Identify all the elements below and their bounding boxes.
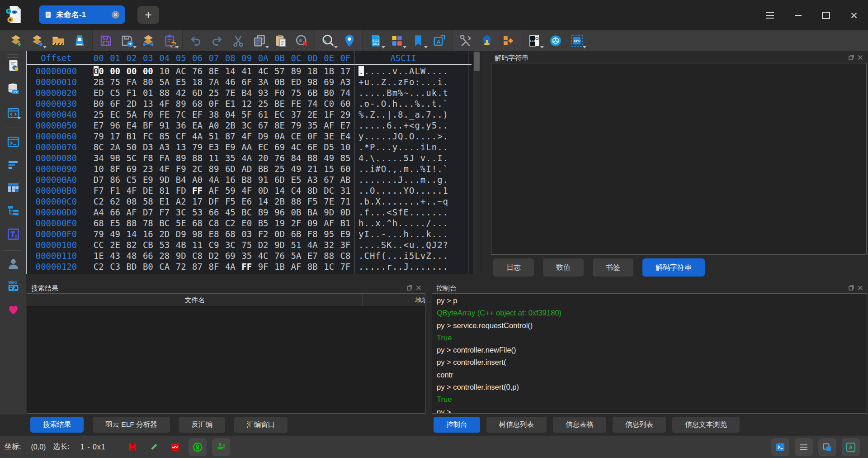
hex-row[interactable]: 000000B0F7F14FDE81FDFFAF594F0D14C48DDC31… (26, 185, 472, 196)
dock-tab-信息表格[interactable]: 信息表格 (553, 417, 606, 433)
lock-toggle-button[interactable] (189, 438, 207, 456)
close-panel-icon[interactable] (416, 285, 421, 291)
new-file-icon[interactable] (5, 31, 26, 50)
dock-tab-汇编窗口[interactable]: 汇编窗口 (234, 417, 288, 433)
chevron-down-icon[interactable] (133, 46, 137, 48)
terminal-icon[interactable] (5, 133, 22, 150)
redo-icon[interactable] (206, 31, 227, 50)
log-list-icon[interactable] (5, 156, 22, 173)
menu-lines-button[interactable] (795, 438, 813, 456)
bookmark-icon[interactable] (407, 31, 429, 50)
encoding-icon[interactable]: A (429, 31, 450, 50)
tools-icon[interactable] (455, 31, 476, 50)
hex-row[interactable]: 000000A0D786C5E99DB4A04A16B8916DE5A367AB… (26, 174, 472, 185)
hex-row[interactable]: 000000F0794914162DD998E86803F20D6BF895E9… (26, 229, 472, 239)
hex-scrollbar-thumb[interactable] (474, 52, 480, 71)
float-panel-icon[interactable] (407, 285, 412, 291)
account-icon[interactable] (5, 255, 22, 272)
dock-tab-信息列表[interactable]: 信息列表 (613, 417, 666, 433)
column-divider[interactable] (363, 294, 363, 306)
dock-tab-羽云 ELF 分析器[interactable]: 羽云 ELF 分析器 (93, 417, 170, 433)
text-browser-icon[interactable] (5, 225, 22, 243)
find-icon[interactable] (317, 31, 339, 50)
decode-content[interactable] (491, 63, 867, 255)
info-table-icon[interactable] (5, 179, 22, 196)
open-device-icon[interactable] (69, 31, 90, 50)
plugin-sphere-icon[interactable] (545, 31, 566, 50)
hex-row[interactable]: 000000C0C2620858E1A217DFF5E6142B88F57E71… (26, 196, 472, 207)
float-panel-icon[interactable] (849, 285, 854, 291)
wiki-icon[interactable]: WiKi (5, 277, 22, 294)
hex-row[interactable]: 0000004025EC5AF0FE7CEF38045F61EC372E1F29… (26, 109, 472, 120)
stamp-toggle-button[interactable] (212, 438, 230, 456)
elf-analyzer-icon[interactable]: ELF (524, 31, 545, 50)
close-panel-icon[interactable] (858, 55, 863, 60)
hex-scrollbar[interactable] (473, 51, 481, 274)
chevron-down-icon[interactable] (43, 46, 47, 48)
scale-toggle-button[interactable] (818, 438, 836, 456)
hex-row[interactable]: 00000050E796E4BF9136EAA02B3C678E7935AFE7… (26, 120, 472, 131)
script-editor-icon[interactable] (5, 57, 22, 74)
chevron-down-icon[interactable] (403, 46, 406, 48)
save-as-icon[interactable] (116, 31, 137, 50)
console-output[interactable]: py > pQByteArray (C++ object at: 0xf3918… (432, 293, 867, 414)
export-layers-icon[interactable] (137, 31, 159, 50)
clear-find-icon[interactable] (291, 31, 312, 50)
dock-tab-控制台[interactable]: 控制台 (434, 417, 480, 433)
open-file-icon[interactable] (26, 31, 47, 50)
dock-tab-信息文本浏览[interactable]: 信息文本浏览 (672, 417, 740, 433)
decode-tab-解码字符串[interactable]: 解码字符串 (642, 258, 705, 277)
decode-tab-数值[interactable]: 数值 (543, 258, 584, 277)
hex-row[interactable]: 0000013049009BED43266F5A30FA6A4B64D3410B… (26, 272, 472, 274)
hex-row[interactable]: 00000100CC2E82CB534B11C93C75D29D514A323F… (26, 239, 472, 250)
hex-row[interactable]: 000000708C2A50D3A31379E3E9AAEC694C6ED510… (26, 142, 472, 153)
hex-row[interactable]: 000000607917B1FC85CF4A51874FD90ACE0F3EE4… (26, 131, 472, 142)
minimize-button[interactable] (784, 6, 812, 24)
charset-viewer-button[interactable]: A (842, 438, 860, 456)
plugin-blocks-icon[interactable] (497, 31, 519, 50)
float-panel-icon[interactable] (849, 55, 854, 60)
chevron-down-icon[interactable] (17, 117, 21, 119)
hex-row[interactable]: 00000120C2C3BDB0CA72878F4AFF9F1BAF8B1C7F… (26, 261, 472, 272)
chevron-down-icon[interactable] (583, 46, 586, 48)
close-button[interactable] (840, 6, 868, 24)
hex-row[interactable]: 000000E068E58878BC5E68C8C2E0B5192F09AFB1… (26, 218, 472, 229)
hex-row[interactable]: 000000000000000010AC768E14414C5789181B17… (26, 66, 472, 76)
clipboard-actions-icon[interactable] (159, 31, 180, 50)
hex-rows[interactable]: 000000000000000010AC768E14414C5789181B17… (26, 66, 472, 274)
save-icon[interactable] (95, 31, 116, 50)
goto-icon[interactable] (339, 31, 360, 50)
undo-icon[interactable] (185, 31, 206, 50)
maximize-button[interactable] (812, 6, 840, 24)
fill-hex-icon[interactable]: 01111011 (365, 31, 386, 50)
sponsor-heart-icon[interactable] (5, 301, 22, 318)
new-tab-button[interactable]: + (137, 6, 159, 24)
close-panel-icon[interactable] (858, 285, 863, 291)
hex-row[interactable]: 00000020EDC5F10188426D257EB493F0756BB074… (26, 87, 472, 98)
column-address[interactable]: 地址 (415, 294, 425, 306)
dock-tab-搜索结果[interactable]: 搜索结果 (30, 417, 84, 433)
hex-row[interactable]: 000001101E434866289DC8D269354C765AE788C8… (26, 250, 472, 261)
column-filename[interactable]: 文件名 (27, 294, 363, 306)
copy-icon[interactable] (249, 31, 270, 50)
open-folder-icon[interactable] (47, 31, 69, 50)
hex-row[interactable]: 000000D0A466AFD7F73C536645BCB9960BBA9D0D… (26, 207, 472, 218)
plugin-stamp-icon[interactable] (476, 31, 497, 50)
document-tab[interactable]: 未命名-1 (39, 5, 125, 24)
search-results-table[interactable]: 文件名 地址 (27, 293, 425, 414)
hex-row[interactable]: 00000090108F69234FF92C896DADBB2549211560… (26, 163, 472, 174)
chevron-down-icon[interactable] (540, 46, 544, 48)
decode-tab-日志[interactable]: 日志 (493, 258, 534, 277)
dock-tab-树信息列表[interactable]: 树信息列表 (486, 417, 547, 433)
info-tree-icon[interactable] (5, 202, 22, 219)
decode-tab-书签[interactable]: 书签 (593, 258, 633, 277)
code-window-icon[interactable] (5, 104, 22, 121)
cpu-tool-icon[interactable]: CPU (566, 31, 587, 50)
chevron-down-icon[interactable] (424, 46, 428, 48)
chevron-down-icon[interactable] (175, 46, 179, 48)
paste-icon[interactable] (270, 31, 291, 50)
chevron-down-icon[interactable] (334, 46, 338, 48)
cut-icon[interactable] (227, 31, 249, 50)
close-tab-icon[interactable] (111, 10, 120, 19)
metadata-colors-icon[interactable] (386, 31, 407, 50)
